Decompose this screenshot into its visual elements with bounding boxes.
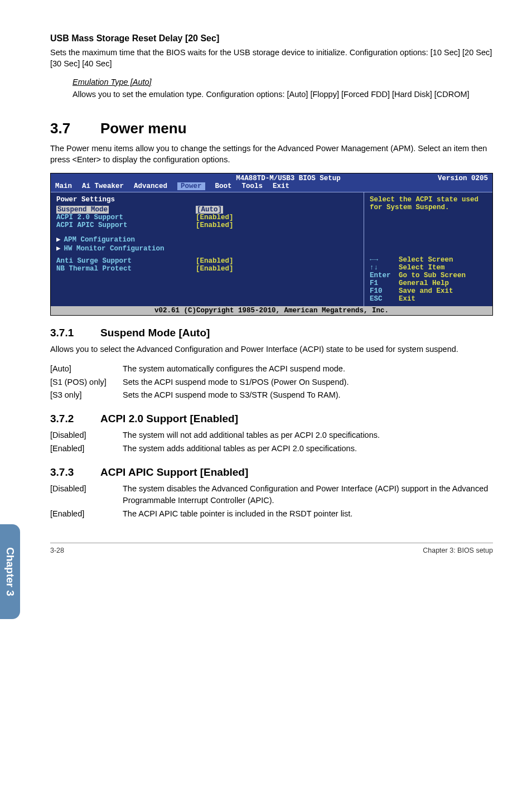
bios-subsections: ▶APM Configuration▶HW Monitor Configurat…	[56, 235, 358, 253]
bios-field-label: Suspend Mode	[56, 206, 196, 214]
definition-label: [Enabled]	[50, 508, 123, 520]
bios-field-label: Anti Surge Support	[56, 257, 196, 265]
bios-setting-row: NB Thermal Protect[Enabled]	[56, 265, 358, 273]
bios-screenshot: M4A88TD-M/USB3 BIOS Setup Version 0205 M…	[50, 173, 493, 316]
page-footer: 3-28 Chapter 3: BIOS setup	[50, 543, 493, 554]
bios-nav-row: ESCExit	[370, 295, 487, 303]
definition-text: The system adds additional tables as per…	[123, 443, 493, 455]
sub-num: 3.7.3	[50, 466, 100, 479]
bios-field-label: ACPI 2.0 Support	[56, 214, 196, 221]
sub-title: ACPI 2.0 Support [Enabled]	[100, 413, 238, 425]
bios-tab-boot: Boot	[215, 182, 232, 190]
definition-row: [S3 only]Sets the ACPI suspend mode to S…	[50, 389, 493, 402]
side-chapter-label: Chapter 3	[4, 547, 16, 596]
bios-field-value: [Enabled]	[196, 257, 234, 265]
section-body: The Power menu items allow you to change…	[50, 143, 493, 166]
sub-3-7-2: 3.7.2 ACPI 2.0 Support [Enabled]	[50, 413, 493, 425]
bios-field-label: NB Thermal Protect	[56, 265, 196, 273]
definition-label: [Enabled]	[50, 443, 123, 455]
definition-label: [Auto]	[50, 363, 123, 375]
section-3-7: 3.7 Power menu	[50, 120, 493, 137]
definition-row: [Auto]The system automatically configure…	[50, 363, 493, 375]
bios-power-settings-header: Power Settings	[56, 196, 358, 204]
bios-tabs: MainAi TweakerAdvancedPowerBootToolsExit	[51, 182, 492, 192]
bios-setting-row: Suspend Mode[Auto]	[56, 206, 358, 214]
bios-nav-keys: ←→Select Screen↑↓Select ItemEnterGo to S…	[370, 256, 487, 303]
bios-subsection-item: ▶HW Monitor Configuration	[56, 244, 358, 253]
h-usb-delay: USB Mass Storage Reset Delay [20 Sec]	[50, 33, 493, 44]
bios-tab-exit: Exit	[273, 182, 289, 190]
definition-row: [Disabled]The system will not add additi…	[50, 429, 493, 442]
definition-row: [Enabled]The ACPI APIC table pointer is …	[50, 508, 493, 520]
bios-field-value: [Enabled]	[196, 265, 234, 273]
definition-label: [S1 (POS) only]	[50, 376, 123, 389]
definition-text: The ACPI APIC table pointer is included …	[123, 508, 493, 520]
definition-text: The system disables the Advanced Configu…	[123, 483, 493, 508]
sub-title: ACPI APIC Support [Enabled]	[100, 466, 248, 479]
sub-3-7-1: 3.7.1 Suspend Mode [Auto]	[50, 327, 493, 339]
page: USB Mass Storage Reset Delay [20 Sec] Se…	[0, 0, 532, 770]
section-title: Power menu	[100, 120, 187, 137]
bios-field-label: ACPI APIC Support	[56, 221, 196, 229]
s372-defs: [Disabled]The system will not add additi…	[50, 429, 493, 455]
bios-nav-row: ←→Select Screen	[370, 256, 487, 264]
bios-right-panel: Select the ACPI state used for System Su…	[364, 192, 492, 306]
bios-subsection-item: ▶APM Configuration	[56, 235, 358, 244]
bios-tab-ai-tweaker: Ai Tweaker	[82, 182, 124, 190]
s371-defs: [Auto]The system automatically configure…	[50, 363, 493, 402]
section-number: 3.7	[50, 120, 100, 137]
definition-text: Sets the ACPI suspend mode to S3/STR (Su…	[123, 389, 493, 402]
sub-3-7-3: 3.7.3 ACPI APIC Support [Enabled]	[50, 466, 493, 479]
sub-num: 3.7.2	[50, 413, 100, 425]
footer-page-number: 3-28	[50, 547, 64, 554]
sub-num: 3.7.1	[50, 327, 100, 339]
bios-tab-power: Power	[177, 182, 205, 190]
definition-row: [Disabled]The system disables the Advanc…	[50, 483, 493, 508]
emulation-title: Emulation Type [Auto]	[72, 78, 493, 86]
side-chapter-tab: Chapter 3	[0, 524, 20, 619]
bios-tab-tools: Tools	[242, 182, 263, 190]
emulation-block: Emulation Type [Auto] Allows you to set …	[72, 78, 493, 100]
bios-nav-row: ↑↓Select Item	[370, 264, 487, 272]
s373-defs: [Disabled]The system disables the Advanc…	[50, 483, 493, 520]
definition-label: [Disabled]	[50, 429, 123, 442]
bios-setting-row: Anti Surge Support[Enabled]	[56, 257, 358, 265]
definition-text: Sets the ACPI suspend mode to S1/POS (Po…	[123, 376, 493, 389]
definition-row: [Enabled]The system adds additional tabl…	[50, 443, 493, 455]
bios-tab-advanced: Advanced	[134, 182, 167, 190]
bios-field-value: [Enabled]	[196, 221, 234, 229]
definition-label: [S3 only]	[50, 389, 123, 402]
footer-chapter: Chapter 3: BIOS setup	[423, 547, 493, 554]
bios-body: Power Settings Suspend Mode[Auto]ACPI 2.…	[51, 192, 492, 306]
bios-version: Version 0205	[438, 175, 488, 182]
bios-left-panel: Power Settings Suspend Mode[Auto]ACPI 2.…	[51, 192, 364, 306]
definition-text: The system will not add additional table…	[123, 429, 493, 442]
bios-footer: v02.61 (C)Copyright 1985-2010, American …	[51, 306, 492, 315]
p-usb-delay: Sets the maximum time that the BIOS wait…	[50, 47, 493, 70]
bios-settings-rows: Suspend Mode[Auto]ACPI 2.0 Support[Enabl…	[56, 206, 358, 229]
sub-title: Suspend Mode [Auto]	[100, 327, 210, 339]
bios-setting-row: ACPI APIC Support[Enabled]	[56, 221, 358, 229]
bios-field-value: [Auto]	[196, 206, 223, 214]
emulation-body: Allows you to set the emulation type. Co…	[72, 89, 493, 100]
bios-field-value: [Enabled]	[196, 214, 234, 221]
bios-title: M4A88TD-M/USB3 BIOS Setup	[139, 175, 438, 182]
definition-text: The system automatically configures the …	[123, 363, 493, 375]
definition-label: [Disabled]	[50, 483, 123, 508]
bios-header: M4A88TD-M/USB3 BIOS Setup Version 0205 M…	[51, 173, 492, 192]
bios-tab-main: Main	[55, 182, 72, 190]
bios-nav-row: EnterGo to Sub Screen	[370, 272, 487, 279]
bios-settings-rows2: Anti Surge Support[Enabled]NB Thermal Pr…	[56, 257, 358, 273]
bios-setting-row: ACPI 2.0 Support[Enabled]	[56, 214, 358, 221]
definition-row: [S1 (POS) only]Sets the ACPI suspend mod…	[50, 376, 493, 389]
s371-body: Allows you to select the Advanced Config…	[50, 344, 493, 355]
bios-nav-row: F10Save and Exit	[370, 287, 487, 295]
bios-help-text: Select the ACPI state used for System Su…	[370, 196, 487, 211]
bios-nav-row: F1General Help	[370, 279, 487, 287]
